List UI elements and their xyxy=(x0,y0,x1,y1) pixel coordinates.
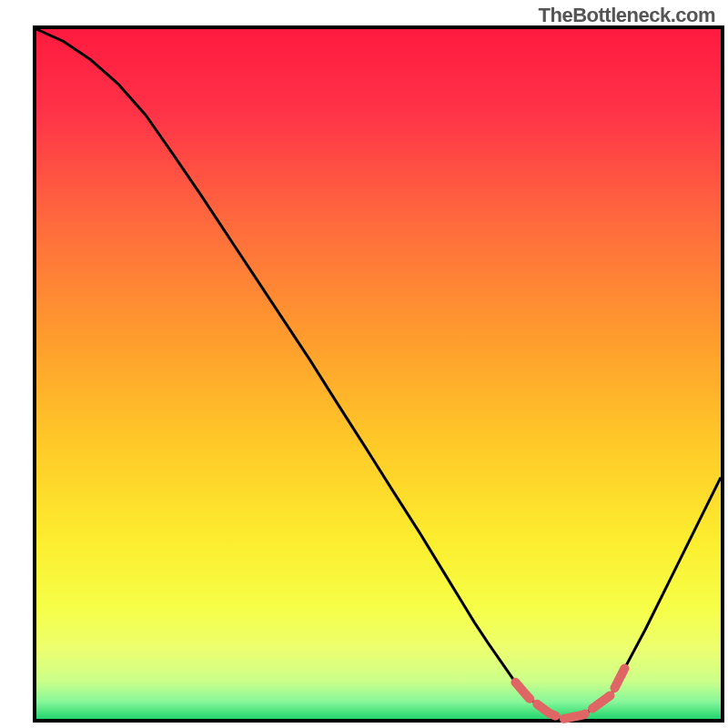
frame-left xyxy=(33,25,36,723)
plot-background xyxy=(36,29,721,719)
chart-figure: TheBottleneck.com xyxy=(0,0,728,728)
frame-bottom xyxy=(33,719,724,723)
frame-top xyxy=(33,25,724,29)
chart-svg xyxy=(0,0,728,728)
frame-right xyxy=(721,25,724,723)
